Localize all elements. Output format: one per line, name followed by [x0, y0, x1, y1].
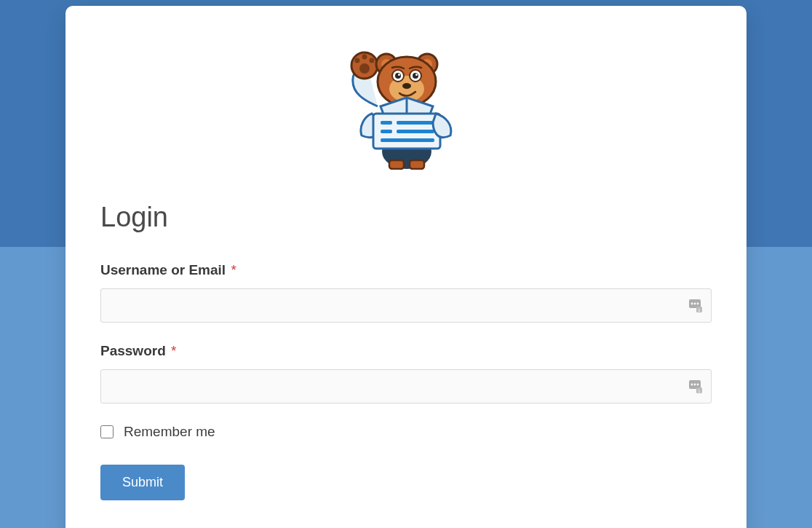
wpforms-mascot-logo [343, 50, 470, 170]
required-marker: * [171, 343, 176, 358]
svg-point-36 [697, 383, 699, 385]
required-marker: * [231, 262, 236, 277]
svg-rect-24 [381, 138, 434, 142]
svg-rect-26 [410, 160, 424, 169]
svg-rect-23 [397, 130, 434, 133]
username-input[interactable] [100, 288, 712, 323]
submit-button[interactable]: Submit [100, 465, 185, 500]
svg-point-34 [691, 383, 693, 385]
svg-point-4 [369, 58, 374, 63]
svg-point-17 [402, 83, 411, 89]
svg-rect-21 [397, 121, 434, 125]
svg-point-28 [691, 302, 693, 304]
password-label-text: Password [100, 343, 166, 358]
svg-point-12 [395, 73, 401, 79]
remember-me-row: Remember me [100, 424, 712, 440]
svg-point-29 [694, 302, 696, 304]
logo-container [100, 50, 712, 170]
svg-rect-20 [381, 121, 392, 125]
password-manager-icon[interactable]: 1 [688, 299, 703, 313]
svg-point-30 [697, 302, 699, 304]
svg-rect-25 [389, 160, 404, 169]
svg-point-2 [354, 58, 359, 63]
username-label-text: Username or Email [100, 262, 226, 277]
svg-point-16 [415, 74, 418, 76]
svg-point-3 [362, 55, 367, 60]
username-field-group: Username or Email * 1 [100, 262, 712, 323]
svg-point-35 [694, 383, 696, 385]
remember-me-label[interactable]: Remember me [124, 424, 215, 440]
username-input-wrap: 1 [100, 288, 712, 323]
remember-me-checkbox[interactable] [100, 425, 114, 438]
password-manager-icon[interactable]: 1 [688, 379, 703, 394]
svg-point-1 [359, 63, 370, 74]
password-input[interactable] [100, 369, 712, 403]
svg-point-13 [398, 74, 400, 76]
login-card: Login Username or Email * 1 Password * [65, 6, 747, 528]
password-input-wrap: 1 [100, 369, 712, 403]
password-field-group: Password * 1 [100, 343, 712, 403]
username-label: Username or Email * [100, 262, 712, 278]
svg-point-15 [413, 73, 418, 79]
page-title: Login [100, 202, 712, 233]
password-label: Password * [100, 343, 712, 359]
svg-rect-22 [381, 130, 392, 133]
